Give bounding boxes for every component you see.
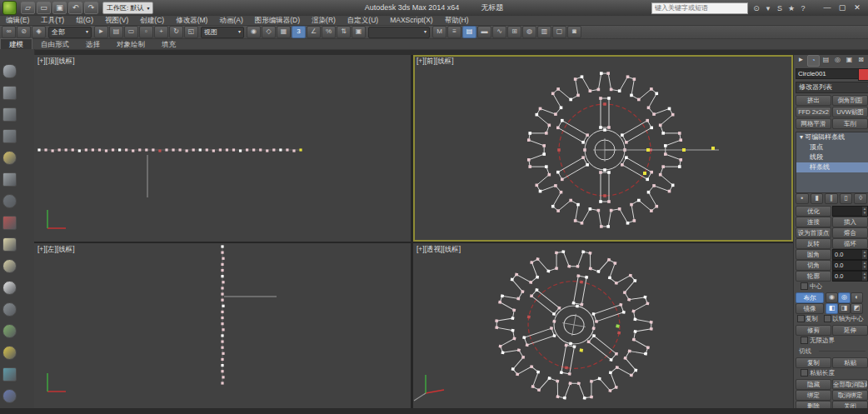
以轴为中心-checkbox[interactable]: [824, 315, 831, 322]
open-file-icon[interactable]: ▭: [37, 2, 51, 14]
ribbon-tab-3[interactable]: 对象绘制: [108, 39, 153, 49]
make-unique-icon[interactable]: ∥: [825, 193, 838, 204]
green-tool-icon[interactable]: [2, 324, 17, 338]
freeform-tools-icon[interactable]: [2, 64, 17, 78]
align-icon[interactable]: ≡: [447, 26, 461, 38]
search-icon[interactable]: ⊙: [751, 3, 762, 13]
stack-item-1[interactable]: 顶点: [796, 142, 868, 152]
无限边界-checkbox[interactable]: [801, 337, 808, 344]
中心-checkbox[interactable]: [801, 282, 808, 290]
selection-filter-dropdown[interactable]: 全部▾: [48, 27, 92, 38]
render-production-icon[interactable]: ◙: [567, 26, 581, 38]
box-beige-icon[interactable]: [2, 237, 17, 252]
select-and-link-icon[interactable]: ∞: [2, 26, 16, 38]
window-crossing-icon[interactable]: ▫: [139, 26, 153, 38]
modifier-button-1[interactable]: 倒角剖面: [832, 95, 868, 106]
favorites-icon[interactable]: ★: [786, 3, 797, 13]
bind-to-space-warp-icon[interactable]: ◈: [32, 26, 46, 38]
save-file-icon[interactable]: ▣: [52, 2, 67, 14]
teal-tool-icon[interactable]: [2, 367, 17, 382]
search-input[interactable]: [651, 2, 748, 14]
use-pivot-center-icon[interactable]: ◉: [247, 26, 261, 38]
edit-named-sets-icon[interactable]: ▣: [352, 26, 366, 38]
snap-toggle-3d-icon[interactable]: 3: [292, 26, 306, 38]
remove-modifier-icon[interactable]: ▯: [840, 193, 853, 204]
menu-item-6[interactable]: 动画(A): [213, 16, 248, 25]
select-and-move-icon[interactable]: +: [154, 26, 168, 38]
keyboard-override-icon[interactable]: ▦: [277, 26, 291, 38]
modifier-button-5[interactable]: 车削: [832, 118, 868, 129]
viewport-top-label[interactable]: [+][顶][线框]: [37, 57, 75, 67]
粘贴长度-checkbox[interactable]: [801, 369, 808, 377]
close-button[interactable]: ✕: [850, 2, 865, 13]
material-editor-icon[interactable]: ◍: [522, 26, 536, 38]
sign-in-icon[interactable]: ▾: [762, 3, 774, 13]
tab-modify[interactable]: ◔: [807, 55, 820, 67]
object-name-field[interactable]: [796, 68, 859, 79]
rendered-frame-icon[interactable]: ▢: [552, 26, 566, 38]
named-sets-dropdown[interactable]: ▾: [368, 27, 430, 38]
panel-window-icon[interactable]: [2, 86, 17, 100]
spinner-arrows[interactable]: ▴▾: [862, 272, 867, 281]
select-and-scale-icon[interactable]: ◱: [184, 26, 198, 38]
red-tool-icon[interactable]: [2, 216, 17, 230]
select-and-manipulate-icon[interactable]: ◇: [262, 26, 276, 38]
maximize-button[interactable]: ▢: [835, 2, 850, 13]
ribbon-tab-1[interactable]: 自由形式: [32, 39, 77, 49]
angle-snap-icon[interactable]: ∠: [307, 26, 321, 38]
menu-item-0[interactable]: 编辑(E): [0, 16, 35, 25]
ribbon-tab-2[interactable]: 选择: [77, 39, 108, 49]
mirror-icon[interactable]: M: [432, 26, 446, 38]
redo-icon[interactable]: ↷: [84, 2, 98, 14]
spinner-arrows[interactable]: ▴▾: [862, 207, 867, 216]
layer-manager-icon[interactable]: ▤: [462, 26, 476, 38]
blue-tool-icon[interactable]: [2, 389, 17, 403]
menu-item-3[interactable]: 视图(V): [99, 16, 134, 25]
sphere-dark-icon[interactable]: [2, 194, 17, 208]
curve-editor-icon[interactable]: ∿: [492, 26, 506, 38]
grid-alt-icon[interactable]: [2, 129, 17, 143]
menu-item-2[interactable]: 组(G): [70, 16, 99, 25]
ribbon-tab-0[interactable]: 建模: [0, 38, 32, 49]
menu-item-10[interactable]: MAXScript(X): [384, 16, 438, 25]
viewport-left-label[interactable]: [+][左][线框]: [37, 245, 75, 255]
menu-item-1[interactable]: 工具(T): [35, 16, 70, 25]
tab-hierarchy[interactable]: ▤: [821, 55, 831, 65]
menu-item-8[interactable]: 渲染(R): [306, 16, 342, 25]
modifier-button-4[interactable]: 网格平滑: [796, 118, 831, 129]
workspace-dropdown[interactable]: 工作区: 默认 ▾: [102, 2, 153, 14]
modifier-button-0[interactable]: 挤出: [796, 95, 831, 106]
rectangular-selection-icon[interactable]: ▭: [124, 26, 138, 38]
show-end-result-icon[interactable]: ▮: [811, 193, 824, 204]
stack-item-3[interactable]: 样条线: [796, 162, 868, 172]
spinner-snap-icon[interactable]: ⇅: [337, 26, 351, 38]
configure-modifier-sets-icon[interactable]: ◊: [854, 193, 867, 204]
render-setup-icon[interactable]: ▥: [537, 26, 551, 38]
communication-center-icon[interactable]: S: [774, 3, 786, 13]
ribbon-tab-4[interactable]: 填充: [153, 39, 184, 49]
menu-item-11[interactable]: 帮助(H): [439, 16, 475, 25]
stack-item-0[interactable]: ▾ 可编辑样条线: [796, 132, 868, 142]
select-object-icon[interactable]: ►: [94, 26, 108, 38]
viewport-front-label[interactable]: [+][前][线框]: [417, 57, 454, 67]
percent-snap-icon[interactable]: %: [322, 26, 336, 38]
menu-item-5[interactable]: 修改器(M): [170, 16, 213, 25]
schematic-view-icon[interactable]: ⊞: [507, 26, 521, 38]
viewport-perspective-label[interactable]: [+][透视][线框]: [417, 245, 461, 255]
plug-icon[interactable]: [2, 172, 17, 187]
minimize-button[interactable]: —: [820, 2, 835, 13]
grid-icon[interactable]: [2, 107, 17, 122]
tab-motion[interactable]: ◎: [832, 55, 843, 65]
help-icon[interactable]: ?: [797, 3, 809, 13]
object-color-swatch[interactable]: [858, 68, 868, 81]
modifier-button-2[interactable]: FFD 2x2x2: [796, 107, 831, 117]
sphere-white-icon[interactable]: [2, 281, 17, 295]
select-by-name-icon[interactable]: ▤: [109, 26, 123, 38]
star-yellow-icon[interactable]: [2, 346, 17, 360]
modifier-list-dropdown[interactable]: 修改器列表 ▾: [796, 82, 868, 93]
tab-utilities[interactable]: ⊠: [856, 55, 866, 65]
lamp-icon[interactable]: [2, 151, 17, 165]
menu-item-4[interactable]: 创建(C): [134, 16, 170, 25]
spinner-arrows[interactable]: ▴▾: [862, 261, 867, 270]
3dsmax-logo-icon[interactable]: [2, 1, 17, 15]
